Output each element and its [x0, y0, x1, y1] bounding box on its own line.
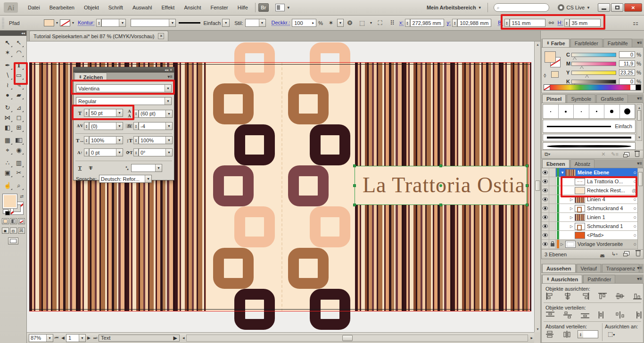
channel-value[interactable]: 0 — [619, 51, 635, 58]
language-combo[interactable]: Deutsch: Refor...▼ — [99, 175, 152, 183]
channel-value[interactable]: 11,9 — [619, 60, 635, 67]
distribute-dh2[interactable] — [615, 311, 625, 318]
align-right[interactable] — [580, 292, 590, 300]
target-circle[interactable]: ○ — [633, 205, 636, 211]
search-input[interactable]: ⌕ — [494, 3, 549, 12]
layer-thumbnail[interactable] — [575, 178, 585, 185]
chevron-down-icon[interactable]: ▼ — [368, 19, 374, 26]
brush-swatch[interactable] — [543, 105, 559, 118]
layer-row[interactable]: ▷ Schmuckrand 4 ○ — [542, 204, 643, 213]
spacing-value-combo[interactable]: ▲▼ — [578, 330, 598, 338]
eraser-tool[interactable]: ▰ — [13, 90, 25, 100]
space-sv[interactable] — [545, 330, 555, 338]
paintbrush-tool[interactable]: ≀ — [2, 80, 13, 90]
brush-einfach[interactable]: Einfach — [543, 120, 636, 133]
target-circle[interactable]: ○ — [633, 223, 636, 229]
distribute-dv1[interactable] — [545, 311, 555, 318]
cs-live-menu[interactable]: CS Live ▼ — [558, 4, 590, 11]
strikethrough-button[interactable]: T — [87, 165, 95, 171]
space-sh[interactable] — [563, 330, 572, 338]
brushes-scrollbar[interactable]: ▲ ▼ — [636, 104, 642, 141]
zoom-level-combo[interactable]: 87%▼ — [29, 334, 53, 342]
gamut-swatch[interactable] — [551, 71, 559, 78]
out-of-gamut-icon[interactable]: ⬨ — [544, 72, 546, 79]
target-circle[interactable]: ○ — [633, 170, 636, 175]
last-page-button[interactable]: ⏭ — [93, 335, 97, 341]
prev-page-button[interactable]: ◀ — [61, 335, 65, 340]
width-stepper[interactable]: ▲▼ — [504, 19, 510, 27]
expand-toggle[interactable]: ▷ — [561, 242, 565, 246]
stroke-dropdown-arrow[interactable]: ▼ — [70, 19, 76, 26]
selection-handle[interactable] — [526, 184, 528, 187]
none-mode-button[interactable] — [18, 218, 25, 224]
draw-inside-button[interactable]: 回 — [18, 228, 25, 234]
blob-brush-tool[interactable]: ● — [2, 90, 13, 100]
tab-aussehen[interactable]: Aussehen — [542, 264, 576, 272]
layers-scrollbar[interactable] — [637, 168, 643, 249]
fill-swatch[interactable] — [545, 51, 556, 63]
maximize-button[interactable] — [611, 3, 623, 12]
width-field[interactable]: 151 mm — [510, 19, 545, 27]
drag-grip[interactable] — [2, 18, 4, 28]
vertical-scrollbar[interactable]: ▲ ▼ — [534, 41, 540, 332]
align-top[interactable] — [598, 292, 607, 300]
lock-toggle[interactable] — [549, 186, 556, 195]
align-left[interactable] — [545, 292, 555, 300]
free-transform-tool[interactable]: ◻ — [13, 113, 25, 122]
slider-thumb[interactable] — [585, 75, 589, 78]
layer-thumbnail[interactable] — [575, 232, 585, 239]
layer-thumbnail[interactable] — [575, 223, 585, 230]
hscroll-left-arrow[interactable]: ◂ — [182, 335, 185, 340]
brush-swatch[interactable] — [559, 105, 574, 118]
expand-icon[interactable]: ⛶ — [375, 19, 385, 27]
collapse-panel-icon[interactable]: ◂◂ — [0, 31, 26, 36]
layer-row[interactable]: Rechteck Rest... ◎ — [542, 186, 643, 195]
minimize-button[interactable] — [598, 3, 610, 12]
expand-toggle[interactable]: ▷ — [570, 206, 575, 211]
slice-tool[interactable]: ✂ — [13, 168, 25, 178]
x-stepper[interactable]: ▲▼ — [405, 19, 410, 27]
rotation-combo[interactable]: 0°▼ — [139, 148, 173, 156]
direct-selection-tool[interactable]: ↖ — [13, 38, 25, 48]
gradient-tool[interactable] — [13, 135, 25, 145]
draw-normal-button[interactable]: ◙ — [2, 228, 9, 234]
tab-transparenz[interactable]: Transparenz — [602, 264, 639, 272]
artboard-tool[interactable]: ▣ — [2, 168, 13, 178]
delete-layer-icon[interactable] — [636, 251, 640, 256]
default-fill-stroke-icon[interactable] — [3, 209, 8, 214]
scroll-thumb[interactable] — [637, 110, 641, 121]
font-size-combo[interactable]: 50 pt▼ — [89, 109, 123, 117]
font-size-stepper[interactable]: ▲▼ — [84, 109, 89, 117]
bridge-button[interactable]: Br — [258, 3, 269, 12]
anti-aliasing-combo[interactable]: ▼ — [131, 164, 162, 172]
y-label[interactable]: y: — [447, 20, 451, 26]
lock-toggle[interactable] — [549, 213, 556, 221]
selection-handle[interactable] — [353, 164, 356, 167]
menu-hilfe[interactable]: Hilfe — [233, 3, 252, 12]
slider-thumb[interactable] — [580, 66, 584, 69]
fill-stroke-indicator[interactable] — [545, 51, 561, 67]
h-scale-combo[interactable]: 100%▼ — [89, 136, 123, 144]
panel-menu-icon[interactable]: ▾≡ — [637, 161, 642, 166]
zoom-tool[interactable]: ⌕ — [13, 180, 25, 190]
selection-handle[interactable] — [353, 204, 356, 206]
delete-brush-icon[interactable] — [635, 152, 639, 157]
hscroll-right-arrow[interactable]: ▸ — [530, 335, 533, 340]
close-document-icon[interactable]: ✕ — [158, 33, 164, 39]
align-hcenter[interactable] — [563, 292, 572, 300]
brush-options-icon[interactable]: ✎≡ — [611, 151, 619, 157]
shape-builder-tool[interactable]: ◧ — [2, 122, 13, 132]
gradient-mode-button[interactable] — [10, 218, 17, 224]
brush-swatch[interactable] — [574, 105, 589, 118]
tab-ebenen[interactable]: Ebenen — [542, 159, 570, 168]
tab-farbe[interactable]: ⇕ Farbe — [542, 39, 570, 47]
height-field[interactable]: 35 mm — [570, 19, 601, 27]
width-label[interactable]: B: — [498, 20, 503, 26]
layer-row[interactable]: <Pfad> ○ — [542, 231, 643, 240]
tab-symbole[interactable]: Symbole — [567, 94, 595, 103]
menu-bearbeiten[interactable]: Bearbeiten — [45, 3, 79, 12]
distribute-dv2[interactable] — [563, 311, 572, 318]
swap-fill-stroke-icon[interactable]: ⇄ — [20, 194, 24, 199]
lock-toggle[interactable] — [549, 240, 556, 248]
tracking-combo[interactable]: -4▼ — [139, 122, 173, 130]
